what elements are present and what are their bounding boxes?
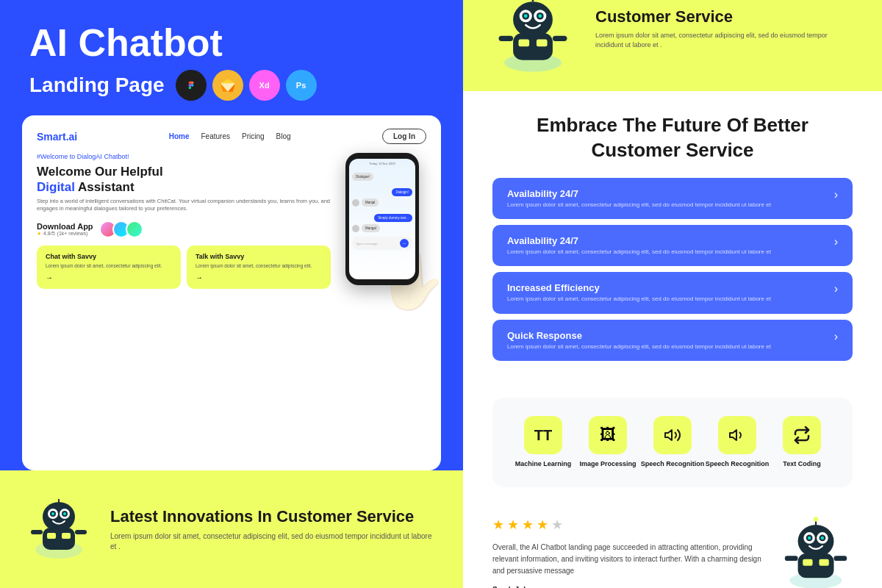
star-5: ★	[551, 517, 563, 533]
svg-rect-13	[31, 530, 43, 534]
accordion-desc-1: Lorem ipsum dolor sit amet, consectetur …	[507, 248, 771, 256]
features-section: TT Machine Learning 🖼 Image Processing	[492, 398, 853, 487]
feature-speech-recognition-1: Speech Recognition	[640, 416, 705, 469]
sketch-icon	[212, 70, 243, 101]
svg-rect-46	[833, 556, 847, 561]
nav-links: Home Features Pricing Blog	[169, 132, 291, 140]
xd-icon: Xd	[249, 70, 280, 101]
accordion-title-1: Availability 24/7	[507, 235, 771, 246]
talk-card[interactable]: Talk with Savvy Lorem ipsum dolor sit am…	[187, 245, 331, 289]
ip-label: Image Processing	[579, 460, 636, 469]
mockup-inner: Smart.ai Home Features Pricing Blog Log …	[22, 115, 441, 313]
svg-point-22	[524, 14, 528, 18]
feature-speech-recognition-2: Speech Recognition	[705, 416, 770, 469]
feature-text-coding: Text Coding	[770, 416, 834, 469]
svg-rect-28	[499, 36, 514, 41]
left-bottom: Latest Innovations In Customer Service L…	[0, 470, 463, 588]
accordion-arrow-2: ›	[834, 282, 838, 295]
sr2-label: Speech Recognition	[706, 460, 770, 469]
nav-home[interactable]: Home	[169, 132, 190, 140]
phone-frame: Today, 12 Nov 2023 Dialogue! Dialogin!	[345, 153, 419, 285]
svg-point-7	[51, 512, 54, 515]
left-panel: AI Chatbot Landing Page	[0, 0, 463, 588]
star-2: ★	[507, 517, 519, 533]
svg-marker-31	[730, 430, 736, 440]
feature-machine-learning: TT Machine Learning	[511, 416, 576, 469]
embrace-title: Embrace The Future Of Better Customer Se…	[492, 113, 853, 163]
accordion-item-1[interactable]: Availability 24/7 Lorem ipsum dolor sit …	[492, 225, 853, 266]
nav-blog[interactable]: Blog	[276, 132, 291, 140]
svg-point-10	[63, 512, 66, 515]
ml-icon: TT	[534, 427, 552, 444]
feature-cards: Chat with Savvy Lorem ipsum dolor sit am…	[37, 245, 331, 289]
stars-row: ★ ★ ★ ★ ★	[492, 517, 764, 533]
robot-right-top	[492, 0, 581, 76]
ml-icon-box: TT	[524, 416, 562, 454]
svg-point-25	[538, 14, 542, 18]
main-title: AI Chatbot	[29, 22, 434, 64]
svg-point-42	[821, 537, 824, 539]
ip-icon-box: 🖼	[589, 416, 627, 454]
phone-chat: Today, 12 Nov 2023 Dialogue! Dialogin!	[349, 159, 415, 253]
accordion-desc-2: Lorem ipsum dolor sit amet, consectetur …	[507, 295, 771, 303]
accordion-item-2[interactable]: Increased Efficiency Lorem ipsum dolor s…	[492, 272, 853, 313]
svg-rect-2	[47, 533, 56, 539]
svg-point-19	[513, 1, 553, 37]
testimonial-content: ★ ★ ★ ★ ★ Overall, the AI Chatbot landin…	[492, 517, 764, 588]
ip-icon: 🖼	[600, 426, 616, 445]
accordion-arrow-0: ›	[834, 188, 838, 201]
rating-row: ★ 4.8/5 (1k+ reviews)	[37, 231, 93, 237]
reviews-count: (1k+ reviews)	[57, 231, 88, 236]
robot-left	[29, 495, 96, 564]
svg-rect-29	[553, 36, 567, 41]
chat-card-desc: Lorem ipsum dolor sit amet, consectetur …	[46, 263, 172, 269]
right-panel: Customer Service Lorem ipsum dolor sit a…	[463, 0, 882, 588]
chat-card[interactable]: Chat with Savvy Lorem ipsum dolor sit am…	[37, 245, 181, 289]
heading-highlight: Digital	[37, 180, 75, 194]
right-top-desc: Lorem ipsum dolor sit amet, consectetur …	[595, 31, 853, 49]
mockup-heading: Welcome Our Helpful Digital Assistant	[37, 165, 331, 195]
svg-point-44	[814, 517, 819, 522]
svg-rect-17	[518, 40, 529, 47]
figma-icon	[176, 70, 207, 101]
testimonial-section: ★ ★ ★ ★ ★ Overall, the AI Chatbot landin…	[463, 502, 882, 588]
chat-card-title: Chat with Savvy	[46, 253, 172, 260]
accordion-content-2: Increased Efficiency Lorem ipsum dolor s…	[507, 282, 771, 303]
download-section: Download App ★ 4.8/5 (1k+ reviews)	[37, 220, 331, 238]
accordion-title-2: Increased Efficiency	[507, 282, 771, 293]
accordion-content-3: Quick Response Lorem ipsum dolor sit ame…	[507, 330, 771, 351]
feature-image-processing: 🖼 Image Processing	[576, 416, 640, 469]
accordion-item-0[interactable]: Availability 24/7 Lorem ipsum dolor sit …	[492, 178, 853, 219]
talk-card-arrow: →	[196, 273, 322, 282]
ml-label: Machine Learning	[515, 460, 572, 469]
accordion-list: Availability 24/7 Lorem ipsum dolor sit …	[492, 178, 853, 362]
sr1-icon-box	[653, 416, 692, 454]
talk-card-desc: Lorem ipsum dolor sit amet, consectetur …	[196, 263, 322, 269]
avatar-group	[99, 220, 143, 238]
download-label: Download App	[37, 222, 93, 231]
mockup-tag: #Welcome to DialogAI Chatbot!	[37, 153, 331, 160]
embrace-section: Embrace The Future Of Better Customer Se…	[463, 91, 882, 383]
subtitle-row: Landing Page	[29, 70, 434, 101]
svg-rect-14	[75, 530, 87, 534]
nav-pricing[interactable]: Pricing	[242, 132, 265, 140]
accordion-title-3: Quick Response	[507, 330, 771, 341]
tc-icon-box	[783, 416, 821, 454]
download-label-col: Download App ★ 4.8/5 (1k+ reviews)	[37, 222, 93, 237]
accordion-content-0: Availability 24/7 Lorem ipsum dolor sit …	[507, 188, 771, 209]
accordion-item-3[interactable]: Quick Response Lorem ipsum dolor sit ame…	[492, 320, 853, 361]
heading-line1: Welcome Our Helpful	[37, 165, 163, 179]
nav-features[interactable]: Features	[201, 132, 230, 140]
accordion-title-0: Availability 24/7	[507, 188, 771, 199]
text-coding-icon	[793, 426, 811, 444]
accordion-content-1: Availability 24/7 Lorem ipsum dolor sit …	[507, 235, 771, 256]
tool-icons: Xd Ps	[176, 70, 317, 101]
tc-label: Text Coding	[783, 460, 820, 469]
robot-right-bottom	[779, 517, 853, 588]
login-button[interactable]: Log In	[382, 129, 426, 144]
subtitle: Landing Page	[29, 74, 165, 97]
phone-screen: Today, 12 Nov 2023 Dialogue! Dialogin!	[349, 159, 415, 279]
mockup-desc: Step into a world of intelligent convers…	[37, 198, 331, 213]
star-4: ★	[537, 517, 548, 533]
avatar-3	[126, 220, 143, 238]
